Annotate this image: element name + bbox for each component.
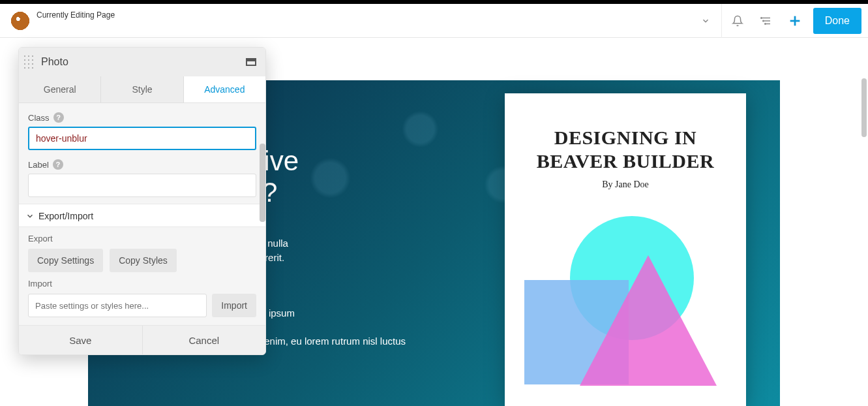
module-settings-panel: Photo General Style Advanced Class ? Lab… [18, 47, 266, 355]
outline-tree-icon[interactable] [752, 7, 781, 35]
panel-tabs: General Style Advanced [19, 76, 265, 103]
copy-styles-button[interactable]: Copy Styles [110, 249, 177, 272]
add-content-button[interactable] [781, 7, 809, 35]
panel-header[interactable]: Photo [19, 48, 265, 76]
book-shapes [524, 216, 726, 386]
label-field-label: Label ? [28, 159, 256, 170]
chevron-down-icon [25, 211, 35, 221]
class-field-label: Class ? [28, 112, 256, 123]
done-button[interactable]: Done [813, 8, 861, 34]
help-icon[interactable]: ? [53, 159, 63, 170]
help-icon[interactable]: ? [53, 112, 64, 123]
book-title: DESIGNING IN BEAVER BUILDER [524, 126, 726, 173]
panel-scrollbar[interactable] [260, 144, 265, 222]
notifications-icon[interactable] [723, 7, 752, 35]
pink-triangle-shape [580, 255, 717, 386]
book-author: By Jane Doe [524, 180, 726, 190]
tab-general[interactable]: General [19, 76, 101, 102]
svg-point-3 [761, 17, 762, 18]
tab-advanced[interactable]: Advanced [184, 76, 265, 102]
export-label: Export [28, 234, 256, 243]
import-paste-input[interactable] [28, 294, 207, 317]
import-button[interactable]: Import [212, 294, 256, 317]
export-import-section-toggle[interactable]: Export/Import [19, 204, 265, 227]
expand-panel-icon[interactable] [246, 58, 256, 66]
book-cover-image[interactable]: DESIGNING IN BEAVER BUILDER By Jane Doe [505, 93, 746, 406]
panel-title: Photo [41, 56, 246, 68]
import-label: Import [28, 279, 256, 289]
class-input[interactable] [28, 127, 256, 150]
editing-page-label: Currently Editing Page [37, 10, 115, 20]
svg-point-5 [765, 23, 766, 24]
beaver-logo-icon[interactable] [9, 12, 31, 30]
page-dropdown-button[interactable] [691, 7, 720, 35]
label-input[interactable] [28, 174, 256, 197]
copy-settings-button[interactable]: Copy Settings [28, 249, 103, 272]
cancel-button[interactable]: Cancel [143, 326, 266, 354]
toolbar-divider [721, 4, 722, 38]
tab-style[interactable]: Style [101, 76, 183, 102]
drag-handle-icon[interactable] [23, 54, 35, 70]
top-toolbar: Currently Editing Page Done [0, 4, 868, 38]
page-scrollbar[interactable] [861, 78, 867, 137]
svg-point-4 [763, 20, 764, 22]
save-button[interactable]: Save [19, 326, 143, 354]
